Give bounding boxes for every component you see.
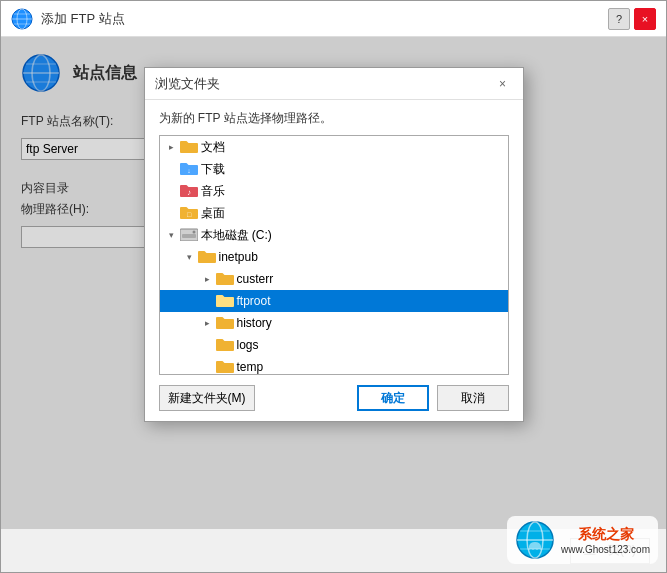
tree-label-music: 音乐 bbox=[201, 183, 225, 200]
svg-text:♪: ♪ bbox=[187, 188, 191, 197]
folder-tree[interactable]: ▸文档↓下载♪音乐□桌面▾本地磁盘 (C:)▾inetpub▸custerrft… bbox=[159, 135, 509, 375]
outer-titlebar: 添加 FTP 站点 ? × bbox=[1, 1, 666, 37]
window-controls: ? × bbox=[608, 8, 656, 30]
modal-overlay: 浏览文件夹 × 为新的 FTP 站点选择物理路径。 ▸文档↓下载♪音乐□桌面▾本… bbox=[1, 37, 666, 528]
folder-icon-inetpub bbox=[198, 249, 216, 265]
tree-label-inetpub: inetpub bbox=[219, 250, 258, 264]
tree-item-history[interactable]: ▸history bbox=[160, 312, 508, 334]
folder-icon-docs bbox=[180, 139, 198, 155]
tree-label-downloads: 下载 bbox=[201, 161, 225, 178]
window-close-button[interactable]: × bbox=[634, 8, 656, 30]
folder-icon-temp bbox=[216, 359, 234, 375]
tree-label-history: history bbox=[237, 316, 272, 330]
disk-icon-localc bbox=[180, 227, 198, 243]
tree-expand-inetpub[interactable]: ▾ bbox=[182, 252, 198, 262]
tree-item-logs[interactable]: logs bbox=[160, 334, 508, 356]
tree-label-ftproot: ftproot bbox=[237, 294, 271, 308]
tree-item-temp[interactable]: temp bbox=[160, 356, 508, 375]
folder-icon-ftproot bbox=[216, 293, 234, 309]
watermark-brand: 系统之家 bbox=[561, 526, 650, 544]
dialog-description: 为新的 FTP 站点选择物理路径。 bbox=[145, 100, 523, 135]
folder-icon-logs bbox=[216, 337, 234, 353]
window-title: 添加 FTP 站点 bbox=[41, 10, 608, 28]
help-button[interactable]: ? bbox=[608, 8, 630, 30]
tree-item-ftproot[interactable]: ftproot bbox=[160, 290, 508, 312]
watermark: 系统之家 www.Ghost123.com bbox=[507, 516, 658, 564]
dialog-close-button[interactable]: × bbox=[493, 74, 513, 94]
watermark-site: www.Ghost123.com bbox=[561, 544, 650, 555]
outer-window: 添加 FTP 站点 ? × 站点信息 FTP 站点名称(T): bbox=[0, 0, 667, 573]
dialog-title: 浏览文件夹 bbox=[155, 75, 493, 93]
app-icon bbox=[11, 8, 33, 30]
tree-item-localc[interactable]: ▾本地磁盘 (C:) bbox=[160, 224, 508, 246]
tree-label-localc: 本地磁盘 (C:) bbox=[201, 227, 272, 244]
tree-expand-localc[interactable]: ▾ bbox=[164, 230, 180, 240]
dialog-titlebar: 浏览文件夹 × bbox=[145, 68, 523, 100]
folder-music-icon-music: ♪ bbox=[180, 183, 198, 199]
dialog-right-buttons: 确定 取消 bbox=[357, 385, 509, 411]
tree-item-custerr[interactable]: ▸custerr bbox=[160, 268, 508, 290]
cancel-button[interactable]: 取消 bbox=[437, 385, 509, 411]
dialog-buttons: 新建文件夹(M) 确定 取消 bbox=[145, 375, 523, 421]
folder-download-icon-downloads: ↓ bbox=[180, 161, 198, 177]
tree-label-temp: temp bbox=[237, 360, 264, 374]
svg-rect-14 bbox=[182, 234, 196, 238]
browse-dialog: 浏览文件夹 × 为新的 FTP 站点选择物理路径。 ▸文档↓下载♪音乐□桌面▾本… bbox=[144, 67, 524, 422]
ok-button[interactable]: 确定 bbox=[357, 385, 429, 411]
tree-item-docs[interactable]: ▸文档 bbox=[160, 136, 508, 158]
tree-label-custerr: custerr bbox=[237, 272, 274, 286]
tree-expand-custerr[interactable]: ▸ bbox=[200, 274, 216, 284]
folder-icon-custerr bbox=[216, 271, 234, 287]
svg-point-15 bbox=[192, 231, 195, 234]
tree-item-music[interactable]: ♪音乐 bbox=[160, 180, 508, 202]
folder-icon-history bbox=[216, 315, 234, 331]
tree-item-desktop[interactable]: □桌面 bbox=[160, 202, 508, 224]
tree-expand-docs[interactable]: ▸ bbox=[164, 142, 180, 152]
svg-text:↓: ↓ bbox=[187, 167, 191, 174]
tree-label-docs: 文档 bbox=[201, 139, 225, 156]
new-folder-button[interactable]: 新建文件夹(M) bbox=[159, 385, 255, 411]
folder-desktop-icon-desktop: □ bbox=[180, 205, 198, 221]
tree-label-logs: logs bbox=[237, 338, 259, 352]
tree-item-downloads[interactable]: ↓下载 bbox=[160, 158, 508, 180]
tree-label-desktop: 桌面 bbox=[201, 205, 225, 222]
outer-content: 站点信息 FTP 站点名称(T): 内容目录 物理路径(H): ... 浏览文件… bbox=[1, 37, 666, 528]
tree-expand-history[interactable]: ▸ bbox=[200, 318, 216, 328]
watermark-globe-icon bbox=[515, 520, 555, 560]
tree-item-inetpub[interactable]: ▾inetpub bbox=[160, 246, 508, 268]
